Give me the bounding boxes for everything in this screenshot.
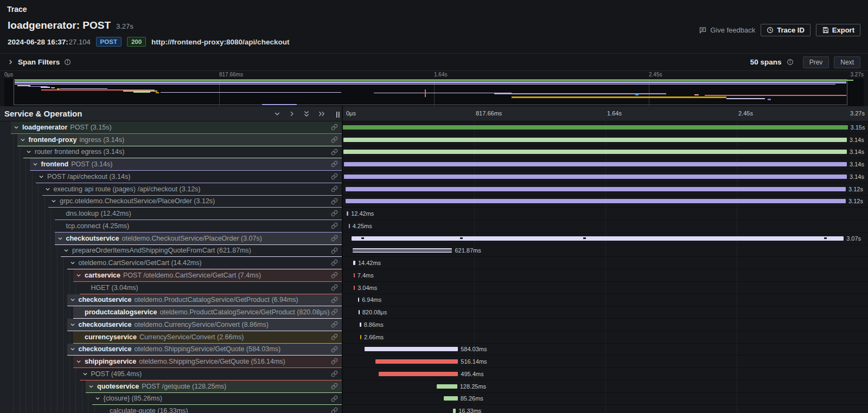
span-link-icon[interactable] xyxy=(331,259,338,268)
span-duration-bar[interactable] xyxy=(346,187,846,191)
span-link-icon[interactable] xyxy=(331,149,338,157)
span-link-icon[interactable] xyxy=(331,407,338,413)
chevron-down-icon[interactable] xyxy=(69,297,76,302)
info-icon[interactable] xyxy=(787,59,794,66)
span-name-cell[interactable]: quoteservicePOST /getquote (128.25ms) xyxy=(0,380,343,393)
span-duration-bar[interactable] xyxy=(375,359,458,364)
span-duration-bar[interactable] xyxy=(358,298,359,302)
span-duration-bar[interactable] xyxy=(344,175,847,179)
span-link-icon[interactable] xyxy=(331,124,338,132)
span-name-cell[interactable]: cartservicePOST /oteldemo.CartService/Ge… xyxy=(0,269,343,282)
span-link-icon[interactable] xyxy=(331,308,338,317)
span-link-icon[interactable] xyxy=(331,284,338,293)
chevron-down-icon[interactable] xyxy=(57,236,63,241)
span-filters-toggle[interactable]: Span Filters xyxy=(8,58,71,66)
prev-button[interactable]: Prev xyxy=(803,56,829,68)
span-link-icon[interactable] xyxy=(331,198,338,206)
chevron-down-icon[interactable] xyxy=(20,137,26,143)
span-duration-bar[interactable] xyxy=(349,224,350,228)
span-name-cell[interactable]: checkoutserviceoteldemo.ProductCatalogSe… xyxy=(0,294,343,307)
span-duration-bar[interactable] xyxy=(344,162,847,166)
chevron-down-icon[interactable] xyxy=(13,125,20,130)
span-duration-bar[interactable] xyxy=(354,286,355,290)
chevron-down-icon[interactable] xyxy=(88,384,94,389)
chevron-down-icon[interactable] xyxy=(69,260,76,266)
span-link-icon[interactable] xyxy=(331,296,338,305)
span-link-icon[interactable] xyxy=(331,247,338,256)
span-link-icon[interactable] xyxy=(331,210,338,218)
minimap-canvas[interactable] xyxy=(4,79,864,106)
span-name-cell[interactable]: shippingserviceoteldemo.ShippingService/… xyxy=(0,356,343,368)
span-link-icon[interactable] xyxy=(331,333,338,342)
span-link-icon[interactable] xyxy=(331,160,338,169)
span-duration-bar[interactable] xyxy=(453,409,456,413)
span-duration-bar[interactable] xyxy=(352,236,844,241)
span-duration-bar[interactable] xyxy=(360,335,361,339)
expand-one-icon[interactable] xyxy=(289,111,295,117)
span-name-cell[interactable]: HGET (3.04ms) xyxy=(0,282,343,294)
span-link-icon[interactable] xyxy=(331,185,338,194)
expand-all-icon[interactable] xyxy=(318,111,326,117)
span-name-cell[interactable]: grpc.oteldemo.CheckoutService/PlaceOrder… xyxy=(0,196,343,208)
span-name-cell[interactable]: productcatalogserviceoteldemo.ProductCat… xyxy=(0,306,343,319)
chevron-down-icon[interactable] xyxy=(25,149,32,154)
span-link-icon[interactable] xyxy=(331,136,338,145)
chevron-down-icon[interactable] xyxy=(38,174,44,179)
span-link-icon[interactable] xyxy=(331,370,338,379)
chevron-down-icon[interactable] xyxy=(69,346,76,352)
span-name-cell[interactable]: dns.lookup (12.42ms) xyxy=(0,208,343,220)
span-link-icon[interactable] xyxy=(331,173,338,182)
span-link-icon[interactable] xyxy=(331,235,338,243)
span-duration-bar[interactable] xyxy=(359,310,360,314)
chevron-down-icon[interactable] xyxy=(44,186,51,192)
span-duration-bar[interactable] xyxy=(343,150,847,154)
span-duration-bar[interactable] xyxy=(347,211,349,216)
chevron-down-icon[interactable] xyxy=(94,396,101,401)
span-name-cell[interactable]: loadgeneratorPOST (3.15s) xyxy=(0,121,343,134)
span-link-icon[interactable] xyxy=(331,346,338,354)
export-button[interactable]: Export xyxy=(816,24,860,36)
span-name-cell[interactable]: {closure} (85.26ms) xyxy=(0,393,343,405)
span-link-icon[interactable] xyxy=(331,395,338,404)
chevron-down-icon[interactable] xyxy=(75,359,82,364)
chevron-down-icon[interactable] xyxy=(50,198,57,204)
give-feedback-link[interactable]: Give feedback xyxy=(699,26,755,34)
span-name-cell[interactable]: router frontend egress (3.14s) xyxy=(0,146,343,159)
span-duration-bar[interactable] xyxy=(343,138,847,142)
span-name-cell[interactable]: frontend-proxyingress (3.14s) xyxy=(0,134,343,146)
span-name-cell[interactable]: oteldemo.CartService/GetCart (14.42ms) xyxy=(0,257,343,269)
span-duration-bar[interactable] xyxy=(353,248,452,253)
span-name-cell[interactable]: checkoutserviceoteldemo.CheckoutService/… xyxy=(0,233,343,245)
chevron-down-icon[interactable] xyxy=(63,248,69,253)
span-name-cell[interactable]: calculate-quote (16.33ms) xyxy=(0,405,343,413)
span-link-icon[interactable] xyxy=(331,358,338,366)
chevron-down-icon[interactable] xyxy=(69,322,76,327)
span-duration-bar[interactable] xyxy=(353,261,355,265)
span-name-cell[interactable]: executing api route (pages) /api/checkou… xyxy=(0,183,343,196)
span-link-icon[interactable] xyxy=(331,321,338,330)
span-duration-bar[interactable] xyxy=(354,273,355,278)
span-name-cell[interactable]: prepareOrderItemsAndShippingQuoteFromCar… xyxy=(0,245,343,257)
span-name-cell[interactable]: tcp.connect (4.25ms) xyxy=(0,220,343,233)
span-link-icon[interactable] xyxy=(331,383,338,391)
chevron-down-icon[interactable] xyxy=(82,371,88,377)
span-name-cell[interactable]: POST /api/checkout (3.14s) xyxy=(0,171,343,183)
collapse-one-icon[interactable] xyxy=(274,111,280,117)
span-duration-bar[interactable] xyxy=(444,396,457,401)
span-duration-bar[interactable] xyxy=(365,347,458,351)
span-duration-bar[interactable] xyxy=(360,322,361,327)
chevron-down-icon[interactable] xyxy=(32,162,39,167)
span-duration-bar[interactable] xyxy=(379,372,458,376)
span-link-icon[interactable] xyxy=(331,222,338,231)
info-icon[interactable] xyxy=(64,59,71,66)
collapse-all-icon[interactable] xyxy=(303,110,310,118)
span-name-cell[interactable]: checkoutserviceoteldemo.CurrencyService/… xyxy=(0,319,343,331)
span-duration-bar[interactable] xyxy=(346,199,846,203)
span-duration-bar[interactable] xyxy=(343,125,848,130)
trace-id-button[interactable]: Trace ID xyxy=(761,24,810,36)
span-name-cell[interactable]: checkoutserviceoteldemo.ShippingService/… xyxy=(0,344,343,356)
column-resize-handle[interactable] xyxy=(336,111,340,119)
next-button[interactable]: Next xyxy=(834,56,860,68)
span-link-icon[interactable] xyxy=(331,272,338,280)
span-duration-bar[interactable] xyxy=(437,384,457,389)
